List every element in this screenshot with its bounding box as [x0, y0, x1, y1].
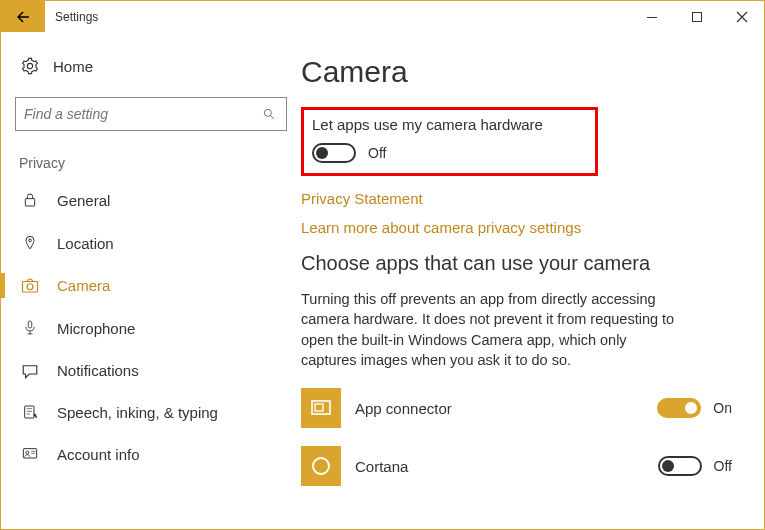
toggle-state-label: Off	[714, 458, 732, 474]
maximize-button[interactable]	[674, 1, 719, 32]
camera-permission-toggle[interactable]: Off	[312, 143, 543, 163]
search-box[interactable]	[15, 97, 287, 131]
sidebar-item-microphone[interactable]: Microphone	[1, 306, 301, 350]
svg-point-14	[26, 451, 29, 454]
camera-icon	[19, 278, 41, 294]
main-pane: Camera Let apps use my camera hardware O…	[301, 33, 764, 529]
search-icon	[262, 107, 278, 121]
svg-rect-9	[25, 406, 34, 418]
gear-icon	[19, 57, 41, 75]
minimize-icon	[646, 11, 658, 23]
settings-window: Settings Home Privac	[0, 0, 765, 530]
sidebar-item-label: General	[57, 192, 110, 209]
svg-point-5	[29, 239, 32, 242]
sidebar-item-label: Location	[57, 235, 114, 252]
back-button[interactable]	[1, 1, 45, 32]
sidebar-item-label: Account info	[57, 446, 140, 463]
svg-rect-18	[315, 404, 323, 411]
sidebar-item-label: Camera	[57, 277, 110, 294]
toggle-switch[interactable]	[658, 456, 702, 476]
sidebar-item-label: Speech, inking, & typing	[57, 404, 218, 421]
app-row-connector: App connector On	[301, 388, 732, 428]
svg-point-7	[27, 283, 33, 289]
home-button[interactable]: Home	[1, 51, 301, 81]
camera-permission-label: Let apps use my camera hardware	[312, 116, 543, 133]
sidebar-item-label: Microphone	[57, 320, 135, 337]
page-title: Camera	[301, 55, 732, 89]
speech-icon	[19, 403, 41, 421]
cortana-icon	[301, 446, 341, 486]
app-row-cortana: Cortana Off	[301, 446, 732, 486]
location-icon	[19, 233, 41, 253]
choose-apps-description: Turning this off prevents an app from di…	[301, 289, 681, 370]
sidebar-item-account[interactable]: Account info	[1, 433, 301, 475]
close-button[interactable]	[719, 1, 764, 32]
app-connector-toggle[interactable]: On	[657, 398, 732, 418]
close-icon	[736, 11, 748, 23]
sidebar-item-label: Notifications	[57, 362, 139, 379]
choose-apps-heading: Choose apps that can use your camera	[301, 252, 732, 275]
sidebar-item-notifications[interactable]: Notifications	[1, 350, 301, 391]
app-name: App connector	[355, 400, 657, 417]
minimize-button[interactable]	[629, 1, 674, 32]
cortana-toggle[interactable]: Off	[658, 456, 732, 476]
svg-line-3	[271, 116, 274, 119]
privacy-statement-link[interactable]: Privacy Statement	[301, 190, 732, 207]
learn-more-link[interactable]: Learn more about camera privacy settings	[301, 219, 732, 236]
sidebar: Home Privacy General Location	[1, 33, 301, 529]
back-arrow-icon	[14, 8, 32, 26]
toggle-switch[interactable]	[657, 398, 701, 418]
content-area: Home Privacy General Location	[1, 33, 764, 529]
home-label: Home	[53, 58, 93, 75]
microphone-icon	[19, 318, 41, 338]
app-name: Cortana	[355, 458, 658, 475]
sidebar-item-general[interactable]: General	[1, 179, 301, 221]
search-input[interactable]	[24, 106, 262, 122]
sidebar-item-location[interactable]: Location	[1, 221, 301, 265]
account-icon	[19, 445, 41, 463]
notifications-icon	[19, 363, 41, 379]
sidebar-section-label: Privacy	[1, 151, 301, 179]
window-title: Settings	[45, 1, 98, 32]
svg-point-19	[313, 458, 329, 474]
sidebar-item-speech[interactable]: Speech, inking, & typing	[1, 391, 301, 433]
app-connector-icon	[301, 388, 341, 428]
toggle-switch[interactable]	[312, 143, 356, 163]
toggle-state-label: On	[713, 400, 732, 416]
lock-icon	[19, 191, 41, 209]
svg-rect-1	[692, 12, 701, 21]
highlight-box: Let apps use my camera hardware Off	[301, 107, 598, 176]
toggle-state-label: Off	[368, 145, 386, 161]
svg-rect-4	[25, 199, 34, 206]
svg-rect-0	[647, 17, 657, 18]
svg-rect-8	[28, 321, 32, 328]
sidebar-item-camera[interactable]: Camera	[1, 265, 301, 306]
svg-point-2	[264, 109, 271, 116]
svg-rect-6	[23, 281, 38, 292]
maximize-icon	[691, 11, 703, 23]
titlebar: Settings	[1, 1, 764, 33]
